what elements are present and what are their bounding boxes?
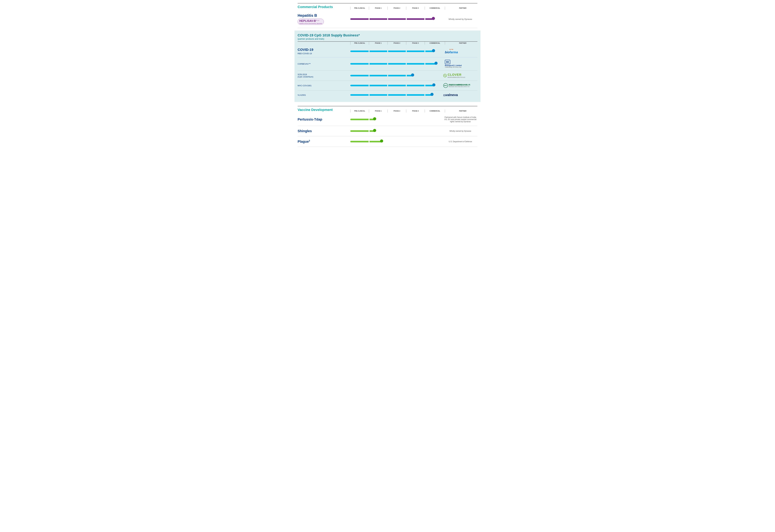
shingles-row: Shingles Wholly owned by Dynavax	[297, 126, 478, 136]
scb-row: SCB-2019 (CpG 1018/Alum) CLOVER BIOPHARM…	[297, 70, 478, 81]
header-phase3: PHASE 3	[406, 7, 425, 10]
corbevax-partner: BE Biological E. Limited Celebrating Lif…	[442, 60, 478, 68]
vaccine-dev-section: Vaccine Development PRE-CLINICAL PHASE 1…	[297, 104, 478, 148]
commercial-section: Commercial Products PRE-CLINICAL PHASE 1…	[297, 3, 478, 28]
mvc-row: MVC-COV1901 MVC 高端疫苗生物製劑股份有限公司 MEDIGEN V…	[297, 81, 478, 90]
vla-bar	[350, 94, 442, 96]
header-partner: PARTNER	[445, 7, 481, 10]
covid-section: COVID-19 CpG 1018 Supply Business* (part…	[294, 31, 481, 102]
scb-label: SCB-2019 (CpG 1018/Alum)	[297, 73, 350, 78]
vaccine-header-phase2: PHASE 2	[388, 110, 406, 112]
covid-subtitle: (partner products and trials)	[297, 38, 478, 40]
mvc-label: MVC-COV1901	[297, 84, 350, 87]
vaccine-header-commercial: COMMERCIAL	[425, 110, 445, 112]
header-preclinical: PRE-CLINICAL	[350, 7, 369, 10]
header-phase2: PHASE 2	[388, 7, 406, 10]
rbd-bar	[350, 50, 442, 53]
pertussis-partner: Partnered with Serum Institute of IndiaU…	[442, 116, 478, 123]
pertussis-bar	[350, 118, 442, 121]
hepatitis-b-label: Hepatitis B HEPLISAV-B® 1,2 Hepatitis B …	[297, 13, 350, 25]
rbd-covid-row: COVID-19 RBD-COVID-19 ★✦★ biofarma	[297, 45, 478, 57]
vla-partner: ⏢valneva	[442, 93, 478, 97]
plague-partner: U.S. Department of Defense	[442, 141, 478, 143]
header-phase1: PHASE 1	[369, 7, 388, 10]
header-commercial: COMMERCIAL	[425, 7, 445, 10]
shingles-label: Shingles	[297, 129, 350, 133]
shingles-partner: Wholly owned by Dynavax	[442, 130, 478, 132]
hepatitis-b-row: Hepatitis B HEPLISAV-B® 1,2 Hepatitis B …	[297, 10, 478, 28]
hepatitis-b-bar	[350, 18, 442, 20]
covid-header-phase3: PHASE 3	[406, 42, 425, 45]
vaccine-header-preclinical: PRE-CLINICAL	[350, 110, 369, 112]
corbevax-row: CORBEVAX™ BE Biological E. Limited Celeb…	[297, 57, 478, 70]
covid-header-phase1: PHASE 1	[369, 42, 388, 45]
scb-bar	[350, 74, 442, 77]
scb-partner: CLOVER BIOPHARMACEUTICALS	[442, 73, 478, 78]
covid-header-phase2: PHASE 2	[388, 42, 406, 45]
vla-label: VLA2001	[297, 94, 350, 96]
mvc-partner: MVC 高端疫苗生物製劑股份有限公司 MEDIGEN VACCINE BIOLO…	[442, 83, 478, 88]
hepatitis-b-partner: Wholly owned by Dynavax	[442, 18, 478, 20]
covid-header-commercial: COMMERCIAL	[425, 42, 445, 45]
corbevax-label: CORBEVAX™	[297, 63, 350, 65]
corbevax-bar	[350, 62, 442, 65]
commercial-title: Commercial Products	[297, 3, 350, 10]
covid-title: COVID-19 CpG 1018 Supply Business*	[297, 32, 478, 38]
covid-header-preclinical: PRE-CLINICAL	[350, 42, 369, 45]
vaccine-header-phase1: PHASE 1	[369, 110, 388, 112]
pertussis-label: Pertussis-Tdap	[297, 117, 350, 121]
plague-row: Plague3 U.S. Department of Defense	[297, 136, 478, 147]
rbd-label: COVID-19 RBD-COVID-19	[297, 48, 350, 55]
shingles-bar	[350, 130, 442, 132]
plague-label: Plague3	[297, 139, 350, 144]
vaccine-header-phase3: PHASE 3	[406, 110, 425, 112]
vla-row: VLA2001 ⏢valneva	[297, 90, 478, 99]
mvc-bar	[350, 84, 442, 87]
heplisav-logo: HEPLISAV-B® 1,2 Hepatitis B Vaccine (Rec…	[297, 19, 324, 25]
pertussis-row: Pertussis-Tdap Partnered with Serum Inst…	[297, 113, 478, 126]
covid-header-partner: PARTNER	[445, 42, 481, 45]
plague-bar	[350, 140, 442, 143]
vaccine-dev-title: Vaccine Development	[297, 106, 350, 112]
vaccine-header-partner: PARTNER	[445, 110, 481, 112]
rbd-partner: ★✦★ biofarma	[442, 48, 478, 54]
